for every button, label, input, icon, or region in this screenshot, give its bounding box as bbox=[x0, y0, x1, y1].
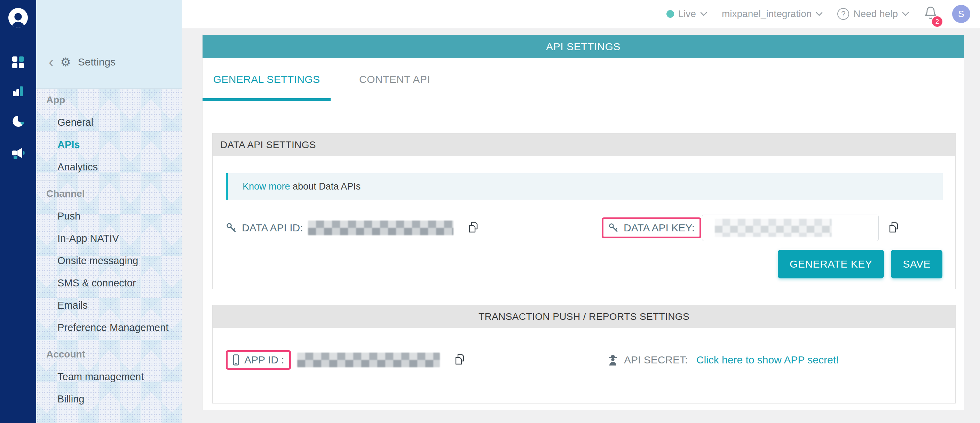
analytics-bar-chart-icon[interactable] bbox=[13, 85, 24, 98]
sidebar-section-account: Account bbox=[36, 343, 182, 366]
generate-key-button[interactable]: GENERATE KEY bbox=[778, 250, 884, 278]
sidebar-item-billing[interactable]: Billing bbox=[36, 388, 182, 410]
app-id-value-redacted bbox=[297, 353, 440, 367]
gear-icon: ⚙ bbox=[60, 56, 71, 68]
megaphone-icon[interactable] bbox=[11, 147, 25, 161]
transaction-push-reports-section: TRANSACTION PUSH / REPORTS SETTINGS APP … bbox=[212, 305, 956, 404]
secret-agent-icon bbox=[607, 354, 619, 366]
tab-bar: GENERAL SETTINGS CONTENT API bbox=[202, 58, 964, 101]
settings-sidebar: ‹ ⚙ Settings App General APIs Analytics … bbox=[36, 0, 182, 423]
chevron-down-icon bbox=[816, 12, 823, 16]
action-buttons: GENERATE KEY SAVE bbox=[778, 250, 942, 278]
data-api-id-label: DATA API ID: bbox=[242, 222, 303, 234]
help-menu[interactable]: ? Need help bbox=[837, 8, 909, 20]
sidebar-menu: App General APIs Analytics Channel Push … bbox=[36, 89, 182, 423]
api-secret-field: API SECRET: Click here to show APP secre… bbox=[607, 350, 839, 370]
data-api-key-field: DATA API KEY: bbox=[602, 213, 900, 243]
dashboard-grid-icon[interactable] bbox=[12, 56, 24, 70]
sidebar-header: ‹ ⚙ Settings bbox=[36, 0, 182, 88]
infobar-text: about Data APIs bbox=[290, 181, 361, 192]
sidebar-item-emails[interactable]: Emails bbox=[36, 294, 182, 316]
sidebar-item-push[interactable]: Push bbox=[36, 205, 182, 227]
sidebar-title: Settings bbox=[78, 56, 116, 68]
user-avatar[interactable]: S bbox=[952, 5, 970, 23]
pie-chart-icon[interactable] bbox=[12, 115, 24, 129]
chevron-down-icon bbox=[902, 12, 909, 16]
data-api-id-field: DATA API ID: bbox=[226, 220, 479, 235]
tab-general-settings[interactable]: GENERAL SETTINGS bbox=[202, 58, 331, 101]
live-status-dot bbox=[667, 10, 674, 18]
sidebar-item-inapp-nativ[interactable]: In-App NATIV bbox=[36, 227, 182, 249]
app-id-highlight: APP ID : bbox=[226, 350, 291, 370]
app-rail bbox=[0, 0, 36, 423]
project-switcher[interactable]: mixpanel_integration bbox=[722, 8, 823, 19]
project-name: mixpanel_integration bbox=[722, 8, 811, 19]
sidebar-item-general[interactable]: General bbox=[36, 111, 182, 134]
data-api-key-label: DATA API KEY: bbox=[624, 222, 695, 234]
data-api-settings-section: DATA API SETTINGS Know more about Data A… bbox=[212, 133, 956, 289]
sidebar-divider bbox=[36, 180, 182, 180]
data-api-key-highlight: DATA API KEY: bbox=[602, 217, 701, 238]
key-icon bbox=[608, 223, 619, 233]
back-chevron-icon[interactable]: ‹ bbox=[49, 57, 53, 67]
transaction-credentials-row: APP ID : API SECRET: C bbox=[226, 350, 943, 370]
page-title: API SETTINGS bbox=[202, 35, 964, 58]
sidebar-item-preference-management[interactable]: Preference Management bbox=[36, 316, 182, 339]
sidebar-item-apis[interactable]: APIs bbox=[36, 134, 182, 156]
key-icon bbox=[226, 222, 237, 233]
mobile-phone-icon bbox=[232, 354, 239, 366]
sidebar-item-onsite-messaging[interactable]: Onsite messaging bbox=[36, 249, 182, 272]
sidebar-section-channel: Channel bbox=[36, 183, 182, 205]
section-header: TRANSACTION PUSH / REPORTS SETTINGS bbox=[213, 305, 955, 328]
notifications-bell[interactable]: 2 bbox=[924, 6, 937, 22]
brand-logo-icon[interactable] bbox=[8, 8, 28, 29]
sidebar-item-team-management[interactable]: Team management bbox=[36, 366, 182, 388]
notification-badge: 2 bbox=[932, 16, 942, 27]
save-button[interactable]: SAVE bbox=[891, 250, 942, 278]
section-header: DATA API SETTINGS bbox=[213, 134, 955, 156]
sidebar-section-app: App bbox=[36, 89, 182, 111]
sidebar-item-analytics[interactable]: Analytics bbox=[36, 156, 182, 178]
data-api-key-input[interactable] bbox=[702, 215, 879, 241]
live-label: Live bbox=[678, 8, 696, 19]
api-secret-label: API SECRET: bbox=[624, 354, 691, 366]
sidebar-item-sms-connector[interactable]: SMS & connector bbox=[36, 272, 182, 294]
show-app-secret-link[interactable]: Click here to show APP secret! bbox=[696, 354, 839, 366]
data-api-key-value-redacted bbox=[715, 219, 832, 237]
environment-switcher[interactable]: Live bbox=[667, 8, 707, 19]
api-credentials-row: DATA API ID: DATA API KEY: bbox=[226, 213, 943, 243]
help-icon: ? bbox=[837, 8, 849, 20]
sidebar-divider bbox=[36, 341, 182, 341]
know-more-infobar: Know more about Data APIs bbox=[226, 173, 943, 200]
app-id-field: APP ID : bbox=[226, 350, 466, 370]
api-settings-card: API SETTINGS GENERAL SETTINGS CONTENT AP… bbox=[202, 35, 964, 410]
top-bar: Live mixpanel_integration ? Need help 2 … bbox=[182, 0, 980, 28]
data-api-id-value-redacted bbox=[308, 220, 453, 235]
app-id-label: APP ID : bbox=[244, 354, 284, 366]
know-more-link[interactable]: Know more bbox=[243, 181, 290, 192]
chevron-down-icon bbox=[700, 12, 707, 16]
copy-icon[interactable] bbox=[888, 221, 900, 235]
help-label: Need help bbox=[853, 8, 898, 19]
copy-icon[interactable] bbox=[454, 353, 466, 367]
tab-content-api[interactable]: CONTENT API bbox=[331, 58, 459, 101]
copy-icon[interactable] bbox=[468, 221, 479, 235]
